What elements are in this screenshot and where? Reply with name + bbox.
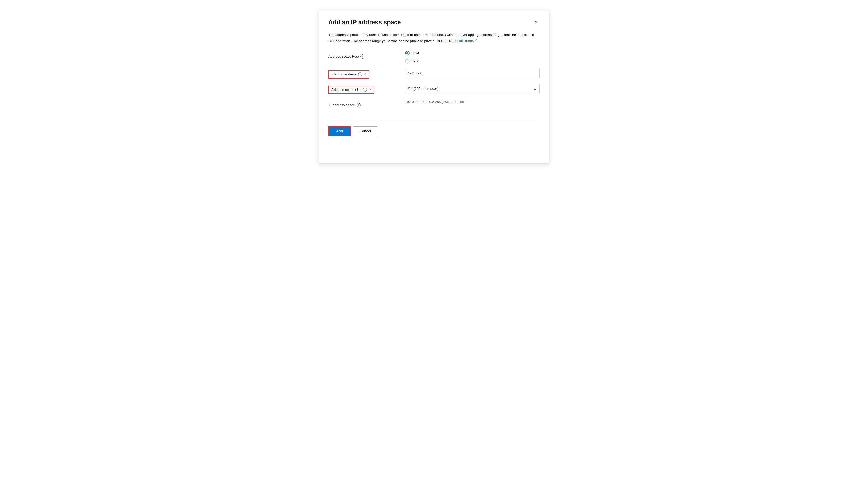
add-ip-address-space-dialog: Add an IP address space × The address sp… — [319, 10, 549, 164]
radio-item-ipv6[interactable]: IPv6 — [405, 59, 540, 64]
ip-address-space-value: 192.0.2.0 - 192.0.2.255 (256 addresses) — [405, 98, 467, 104]
radio-item-ipv4[interactable]: IPv4 — [405, 51, 540, 55]
dialog-description: The address space for a virtual network … — [328, 32, 540, 44]
starting-address-label-text: Starting address — [331, 72, 356, 76]
address-space-size-info-icon[interactable]: i — [363, 88, 367, 92]
starting-address-required: * — [365, 72, 366, 76]
address-space-size-label-text: Address space size — [331, 88, 361, 92]
address-space-type-info-icon[interactable]: i — [360, 54, 364, 59]
starting-address-label-wrapper: Starting address i * — [328, 69, 400, 79]
address-space-type-label-wrapper: Address space type i — [328, 51, 400, 59]
address-space-type-control: IPv4 IPv6 — [400, 51, 540, 64]
radio-ipv6-label: IPv6 — [412, 59, 419, 63]
address-space-size-label-wrapper: Address space size i * — [328, 84, 400, 94]
address-space-size-row: Address space size i * /24 (256 addresse… — [328, 84, 540, 94]
external-link-icon: ↗ — [475, 38, 477, 41]
address-space-size-select-wrapper: /24 (256 addresses) /25 (128 addresses) … — [405, 84, 540, 93]
ip-address-space-label-text: IP address space — [328, 103, 355, 107]
learn-more-text: Learn more. — [455, 39, 474, 43]
ip-address-space-label-wrapper: IP address space i — [328, 100, 400, 107]
starting-address-info-icon[interactable]: i — [358, 72, 362, 76]
ip-address-space-value-area: 192.0.2.0 - 192.0.2.255 (256 addresses) — [400, 100, 540, 104]
ip-address-space-info-icon[interactable]: i — [356, 103, 361, 107]
dialog-header: Add an IP address space × — [328, 19, 540, 26]
address-space-size-label-highlighted: Address space size i * — [328, 86, 374, 94]
form-section: Address space type i IPv4 IPv6 — [328, 51, 540, 110]
address-space-size-control: /24 (256 addresses) /25 (128 addresses) … — [400, 84, 540, 93]
ip-address-space-row: IP address space i 192.0.2.0 - 192.0.2.2… — [328, 100, 540, 110]
address-space-type-label-text: Address space type — [328, 54, 359, 58]
cancel-button[interactable]: Cancel — [353, 126, 377, 136]
starting-address-row: Starting address i * — [328, 69, 540, 79]
learn-more-link[interactable]: Learn more. ↗ — [455, 39, 477, 43]
radio-ipv4[interactable] — [405, 51, 410, 55]
add-button[interactable]: Add — [328, 126, 351, 136]
dialog-title: Add an IP address space — [328, 19, 401, 26]
ip-address-space-label: IP address space i — [328, 101, 400, 107]
radio-ipv4-label: IPv4 — [412, 51, 419, 55]
starting-address-control — [400, 69, 540, 78]
starting-address-label-highlighted: Starting address i * — [328, 70, 369, 79]
radio-group-ip-version: IPv4 IPv6 — [405, 51, 540, 64]
starting-address-input[interactable] — [405, 69, 540, 78]
address-space-size-select[interactable]: /24 (256 addresses) /25 (128 addresses) … — [405, 84, 540, 93]
divider — [328, 120, 540, 120]
radio-ipv6[interactable] — [405, 59, 410, 64]
description-text: The address space for a virtual network … — [328, 33, 534, 43]
close-button[interactable]: × — [533, 19, 540, 26]
button-row: Add Cancel — [328, 126, 540, 136]
address-space-type-row: Address space type i IPv4 IPv6 — [328, 51, 540, 64]
address-space-type-label: Address space type i — [328, 52, 400, 59]
address-space-size-required: * — [370, 88, 371, 92]
